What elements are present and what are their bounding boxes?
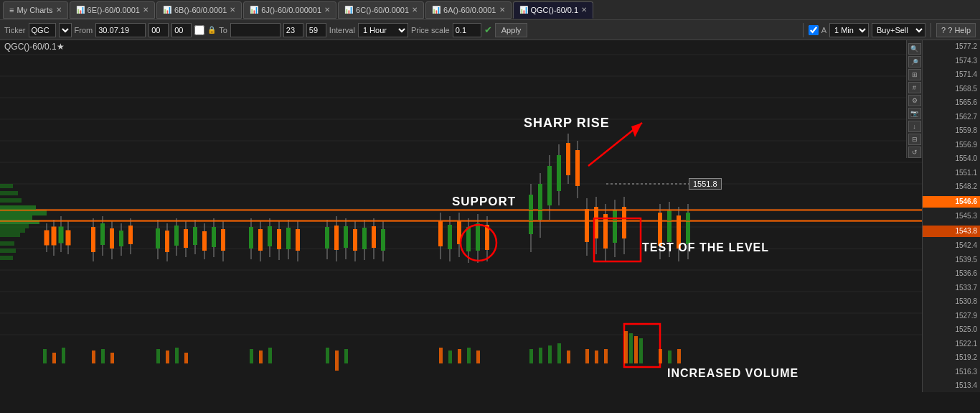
zoom-out-icon[interactable]: 🔎 xyxy=(908,56,921,68)
price-axis: 1577.2 1574.3 1571.4 1568.5 1565.6 1562.… xyxy=(922,40,980,392)
tab-my-charts[interactable]: ≡ My Charts ✕ xyxy=(3,1,68,19)
tab-6b[interactable]: 📊 6B()-60/0.0001 ✕ xyxy=(156,1,242,19)
svg-rect-19 xyxy=(0,215,32,220)
svg-rect-157 xyxy=(557,343,561,363)
tab-6e-label: 6E()-60/0.0001 xyxy=(88,6,140,14)
svg-rect-138 xyxy=(184,353,188,363)
svg-rect-134 xyxy=(110,353,114,363)
from-min-input[interactable] xyxy=(171,23,192,37)
svg-rect-137 xyxy=(175,348,179,363)
svg-rect-72 xyxy=(296,229,300,251)
to-date-input[interactable] xyxy=(230,23,281,37)
ticker-input[interactable] xyxy=(29,23,56,37)
tab-qgc-close[interactable]: ✕ xyxy=(581,6,587,14)
action-select[interactable]: Buy+Sell Buy Sell xyxy=(872,23,925,37)
ticker-select[interactable] xyxy=(59,23,72,37)
chart-title: QGC()-60/0.1★ xyxy=(4,42,65,52)
download-icon[interactable]: ↓ xyxy=(908,121,921,132)
price-1568: 1568.5 xyxy=(923,84,980,94)
tab-6a-close[interactable]: ✕ xyxy=(499,6,505,14)
to-hour-input[interactable] xyxy=(283,23,303,37)
toolbar-right: A 1 Min 5 Min Buy+Sell Buy Sell ? ? Help xyxy=(801,23,976,37)
to-min-input[interactable] xyxy=(306,23,326,37)
candles-section4 xyxy=(249,218,300,261)
svg-rect-156 xyxy=(548,345,552,363)
tab-6e[interactable]: 📊 6E()-60/0.0001 ✕ xyxy=(70,1,155,19)
svg-rect-70 xyxy=(286,228,291,249)
chart-area[interactable]: SHARP RISE SUPPORT TEST OF THE LEVEL INC… xyxy=(0,40,922,392)
svg-rect-120 xyxy=(622,207,626,238)
svg-rect-62 xyxy=(249,227,253,249)
svg-rect-149 xyxy=(476,351,480,363)
svg-rect-25 xyxy=(0,249,16,253)
chart-title-text: QGC()-60/0.1★ xyxy=(4,42,65,52)
tab-6j[interactable]: 📊 6J()-60/0.000001 ✕ xyxy=(243,1,336,19)
svg-rect-78 xyxy=(344,226,348,248)
price-1574: 1574.3 xyxy=(923,56,980,66)
svg-rect-148 xyxy=(467,348,471,363)
svg-rect-38 xyxy=(100,223,105,245)
svg-rect-94 xyxy=(466,227,471,251)
svg-rect-135 xyxy=(156,349,160,363)
settings-icon[interactable]: ⚙ xyxy=(908,95,921,106)
tab-6b-close[interactable]: ✕ xyxy=(230,6,235,14)
tab-6j-label: 6J()-60/0.000001 xyxy=(261,6,321,14)
svg-rect-22 xyxy=(0,228,25,233)
separator-2 xyxy=(930,23,931,37)
to-label: To xyxy=(219,26,227,34)
price-1522: 1522.1 xyxy=(923,339,980,349)
price-1516: 1516.3 xyxy=(923,367,980,377)
svg-rect-60 xyxy=(221,229,225,251)
svg-rect-104 xyxy=(547,166,552,205)
tab-6j-close[interactable]: ✕ xyxy=(324,6,330,14)
price-1536: 1536.6 xyxy=(923,269,980,279)
price-1577: 1577.2 xyxy=(923,42,980,52)
svg-rect-145 xyxy=(439,348,443,363)
interval-select[interactable]: 1 Hour 5 Min 15 Min 30 Min 4 Hour 1 Day xyxy=(358,23,408,37)
price-1533: 1533.7 xyxy=(923,283,980,293)
price-1539: 1539.5 xyxy=(923,255,980,265)
tab-qgc-label: QGC()-60/0.1 xyxy=(531,6,579,14)
chart-right-toolbar: 🔍 🔎 ⊞ # ⚙ 📷 ↓ ⊟ ↺ xyxy=(906,40,922,158)
price-1530: 1530.8 xyxy=(923,297,980,307)
svg-rect-151 xyxy=(629,333,633,363)
chart-icon-qgc: 📊 xyxy=(519,6,528,14)
svg-rect-36 xyxy=(91,227,95,252)
from-date-input[interactable] xyxy=(95,23,146,37)
price-1543-highlight: 1543.8 xyxy=(923,226,980,237)
zoom-in-icon[interactable]: 🔍 xyxy=(908,43,921,55)
hamburger-icon: ≡ xyxy=(9,6,14,14)
help-button[interactable]: ? ? Help xyxy=(936,23,976,37)
svg-rect-24 xyxy=(0,241,14,246)
price-1554: 1554.0 xyxy=(923,154,980,164)
refresh-icon[interactable]: ↺ xyxy=(908,147,921,158)
price-1562: 1562.7 xyxy=(923,112,980,122)
from-hour-input[interactable] xyxy=(149,23,169,37)
screenshot-icon[interactable]: 📷 xyxy=(908,108,921,119)
lock-checkbox[interactable] xyxy=(194,25,204,35)
fit-icon[interactable]: ⊞ xyxy=(908,69,921,80)
tab-6a[interactable]: 📊 6A()-60/0.0001 ✕ xyxy=(425,1,511,19)
tab-6a-label: 6A()-60/0.0001 xyxy=(443,6,496,14)
checkbox-a[interactable] xyxy=(809,25,819,35)
svg-rect-14 xyxy=(0,184,13,188)
price-scale-input[interactable] xyxy=(453,23,481,37)
chart-icon-6c: 📊 xyxy=(344,6,353,14)
min-interval-select[interactable]: 1 Min 5 Min xyxy=(829,23,869,37)
apply-button[interactable]: Apply xyxy=(495,23,528,37)
svg-rect-42 xyxy=(119,231,123,246)
grid-icon[interactable]: # xyxy=(908,82,921,93)
svg-rect-34 xyxy=(66,231,70,245)
svg-rect-142 xyxy=(326,348,329,363)
tab-6e-close[interactable]: ✕ xyxy=(143,6,149,14)
expand-icon[interactable]: ⊟ xyxy=(908,134,921,145)
svg-rect-56 xyxy=(202,231,207,251)
tab-6c-close[interactable]: ✕ xyxy=(412,6,418,14)
tab-6c-label: 6C()-60/0.0001 xyxy=(356,6,409,14)
tab-my-charts-close[interactable]: ✕ xyxy=(56,6,62,14)
price-1513: 1513.4 xyxy=(923,381,980,391)
svg-rect-100 xyxy=(529,195,533,234)
svg-rect-118 xyxy=(613,210,617,243)
tab-6c[interactable]: 📊 6C()-60/0.0001 ✕ xyxy=(338,1,424,19)
tab-qgc[interactable]: 📊 QGC()-60/0.1 ✕ xyxy=(513,1,594,19)
